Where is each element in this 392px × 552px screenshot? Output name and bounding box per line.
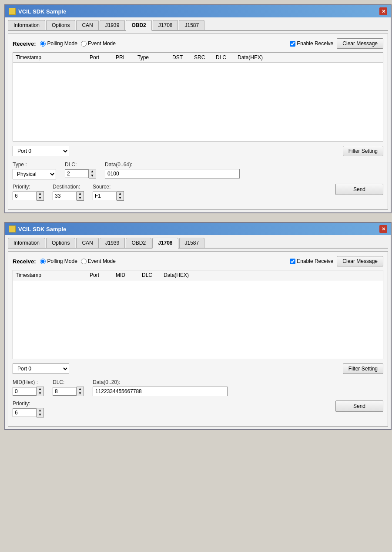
enable-receive-label-1: Enable Receive [297, 40, 333, 47]
clear-message-button-2[interactable]: Clear Message [337, 256, 383, 266]
dlc-down-2[interactable]: ▼ [77, 391, 84, 396]
enable-receive-input-1[interactable] [290, 41, 295, 47]
tab-j1708-2[interactable]: J1708 [152, 238, 178, 249]
tab-information-1[interactable]: Information [8, 20, 45, 30]
receive-row-1: Receive: Polling Mode Event Mode Enable … [13, 38, 383, 49]
dlc-spinner-1: ▲ ▼ [65, 169, 96, 178]
destination-down[interactable]: ▼ [77, 196, 84, 200]
filter-setting-button-2[interactable]: Filter Setting [343, 364, 383, 374]
receive-row-2: Receive: Polling Mode Event Mode Enable … [13, 256, 383, 266]
receive-right-1: Enable Receive Clear Message [290, 38, 383, 49]
enable-receive-checkbox-1[interactable]: Enable Receive [290, 40, 333, 47]
polling-mode-input-1[interactable] [40, 41, 46, 47]
tab-j1587-1[interactable]: J1587 [179, 20, 204, 30]
port-select-1[interactable]: Port 0 [13, 146, 69, 156]
col-dlc-2: DLC [142, 272, 164, 278]
col-dst-1: DST [172, 54, 194, 61]
priority-spinner-1: ▲ ▼ [13, 191, 44, 201]
priority-down-1[interactable]: ▼ [37, 196, 44, 200]
priority-up-2[interactable]: ▲ [37, 408, 44, 413]
event-mode-radio-1[interactable]: Event Mode [81, 40, 116, 47]
send-button-2[interactable]: Send [335, 401, 383, 412]
col-timestamp-2: Timestamp [16, 272, 90, 278]
polling-mode-radio-2[interactable]: Polling Mode [40, 258, 77, 264]
source-down[interactable]: ▼ [117, 196, 124, 200]
source-label: Source: [93, 184, 124, 190]
mid-hex-label: MID(Hex) : [13, 379, 44, 385]
priority-up-1[interactable]: ▲ [37, 192, 44, 196]
source-spinner-btns: ▲ ▼ [117, 191, 124, 201]
dlc-up-1[interactable]: ▲ [89, 169, 96, 174]
enable-receive-input-2[interactable] [290, 259, 295, 264]
send-area-1: Send [335, 184, 383, 195]
message-table-2: Timestamp Port MID DLC Data(HEX) [13, 270, 383, 359]
destination-input[interactable] [53, 192, 77, 200]
event-mode-input-2[interactable] [81, 259, 87, 264]
port-filter-row-2: Port 0 Filter Setting [13, 364, 383, 374]
source-input[interactable] [93, 192, 117, 200]
polling-mode-radio-1[interactable]: Polling Mode [40, 40, 77, 47]
window-title-1: VCIL SDK Sample [18, 8, 66, 15]
dlc-input-1[interactable] [65, 169, 89, 178]
tab-can-2[interactable]: CAN [76, 238, 98, 248]
priority-input-1[interactable] [13, 192, 37, 200]
controls-section-1: Port 0 Filter Setting Type : Physical Fu… [13, 146, 383, 201]
dlc-down-1[interactable]: ▼ [89, 174, 96, 178]
dlc-label-2: DLC: [53, 379, 84, 385]
send-area-2: Send [335, 401, 383, 412]
destination-up[interactable]: ▲ [77, 192, 84, 196]
tab-j1708-1[interactable]: J1708 [153, 20, 178, 30]
mid-down[interactable]: ▼ [37, 391, 44, 396]
dlc-input-2[interactable] [53, 387, 77, 396]
priority-spinner-btns-1: ▲ ▼ [37, 191, 44, 201]
event-mode-label-1: Event Mode [88, 40, 116, 47]
receive-right-2: Enable Receive Clear Message [290, 256, 383, 266]
event-mode-radio-2[interactable]: Event Mode [81, 258, 116, 264]
event-mode-input-1[interactable] [81, 41, 87, 47]
port-select-2[interactable]: Port 0 [13, 364, 69, 374]
dlc-up-2[interactable]: ▲ [77, 387, 84, 391]
enable-receive-checkbox-2[interactable]: Enable Receive [290, 258, 333, 264]
clear-message-button-1[interactable]: Clear Message [337, 38, 383, 49]
data-input-2[interactable] [93, 387, 228, 396]
priority-input-2[interactable] [13, 408, 37, 417]
source-up[interactable]: ▲ [117, 192, 124, 196]
tab-bar-1: Information Options CAN J1939 OBD2 J1708… [8, 20, 388, 31]
close-button-2[interactable]: ✕ [379, 225, 387, 233]
type-label: Type : [13, 162, 56, 168]
send-button-1[interactable]: Send [335, 184, 383, 195]
tab-j1587-2[interactable]: J1587 [179, 238, 205, 248]
tab-j1939-2[interactable]: J1939 [100, 238, 125, 248]
table-body-2 [13, 280, 383, 359]
tab-options-2[interactable]: Options [46, 238, 75, 248]
tab-j1939-1[interactable]: J1939 [100, 20, 125, 30]
window-obd2: VCIL SDK Sample ✕ Information Options CA… [4, 4, 392, 213]
priority-field-group-1: Priority: ▲ ▼ [13, 184, 44, 201]
title-bar-left-1: VCIL SDK Sample [9, 8, 66, 15]
data-input-1[interactable] [105, 169, 240, 178]
type-select[interactable]: Physical Functional Broadcast [13, 169, 56, 179]
col-data-2: Data(HEX) [164, 272, 380, 278]
tab-obd2-2[interactable]: OBD2 [126, 238, 151, 248]
col-timestamp-1: Timestamp [16, 54, 90, 61]
col-dlc-1: DLC [216, 54, 238, 61]
dlc-spinner-2: ▲ ▼ [53, 387, 84, 396]
tab-obd2-1[interactable]: OBD2 [126, 20, 151, 31]
close-button-1[interactable]: ✕ [379, 7, 387, 15]
mid-up[interactable]: ▲ [37, 387, 44, 391]
receive-label-2: Receive: [13, 258, 36, 265]
col-data-1: Data(HEX) [238, 54, 380, 61]
filter-setting-button-1[interactable]: Filter Setting [343, 146, 383, 156]
polling-mode-input-2[interactable] [40, 259, 46, 264]
destination-spinner-btns: ▲ ▼ [77, 191, 84, 201]
receive-label-1: Receive: [13, 40, 36, 47]
window-body-1: Information Options CAN J1939 OBD2 J1708… [5, 17, 391, 212]
tab-can-1[interactable]: CAN [76, 20, 98, 30]
window-body-2: Information Options CAN J1939 OBD2 J1708… [5, 235, 391, 429]
app-icon-1 [9, 8, 16, 15]
tab-information-2[interactable]: Information [8, 238, 45, 248]
priority-down-2[interactable]: ▼ [37, 413, 44, 417]
tab-options-1[interactable]: Options [46, 20, 75, 30]
table-header-1: Timestamp Port PRI Type DST SRC DLC Data… [13, 53, 383, 63]
mid-input[interactable] [13, 387, 37, 396]
